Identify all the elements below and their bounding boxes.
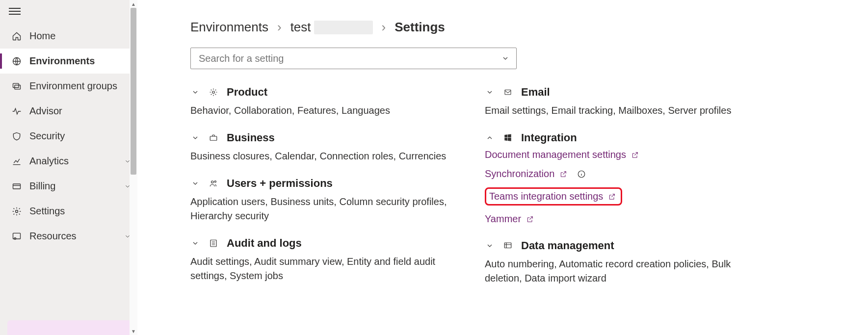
section-header-data-management[interactable]: Data management <box>485 239 789 252</box>
sidebar-item-environments[interactable]: Environments <box>0 49 137 74</box>
svg-rect-8 <box>210 136 217 140</box>
sidebar-item-label: Environments <box>29 55 137 67</box>
settings-search-combobox[interactable] <box>190 48 517 69</box>
link-label[interactable]: Document management settings <box>485 149 626 160</box>
users-icon <box>208 179 219 188</box>
hamburger-menu-button[interactable] <box>9 6 21 18</box>
link-document-management[interactable]: Document management settings <box>485 149 789 160</box>
globe-icon <box>10 56 24 66</box>
gear-icon <box>208 88 219 97</box>
section-title: Audit and logs <box>227 237 302 250</box>
home-icon <box>10 31 24 41</box>
chevron-down-icon[interactable] <box>501 54 509 62</box>
briefcase-icon <box>208 133 219 142</box>
breadcrumb-environments[interactable]: Environments <box>190 20 268 35</box>
external-link-icon <box>608 193 616 201</box>
svg-point-7 <box>212 91 215 94</box>
sidebar: Home Environments Environment groups Adv… <box>0 0 137 335</box>
link-label[interactable]: Synchronization <box>485 168 554 180</box>
chevron-down-icon[interactable] <box>190 180 200 187</box>
chevron-down-icon[interactable] <box>485 242 495 250</box>
sidebar-item-advisor[interactable]: Advisor <box>0 99 137 124</box>
sidebar-item-label: Security <box>29 130 137 142</box>
chevron-down-icon[interactable] <box>485 88 495 96</box>
link-teams-integration-highlighted[interactable]: Teams integration settings <box>485 187 622 206</box>
section-subtitle: Application users, Business units, Colum… <box>190 195 465 223</box>
external-link-icon <box>631 151 639 159</box>
link-yammer[interactable]: Yammer <box>485 213 789 225</box>
sidebar-item-label: Analytics <box>29 155 118 167</box>
section-title: Users + permissions <box>227 177 333 190</box>
info-icon[interactable] <box>577 170 586 179</box>
svg-point-10 <box>214 181 216 182</box>
sidebar-nav: Home Environments Environment groups Adv… <box>0 24 137 249</box>
billing-icon <box>10 181 24 191</box>
pulse-icon <box>10 106 24 116</box>
chevron-down-icon[interactable] <box>190 88 200 96</box>
section-title: Email <box>521 86 550 99</box>
section-header-integration[interactable]: Integration <box>485 131 789 144</box>
scroll-down-arrow-icon[interactable]: ▼ <box>130 327 137 335</box>
section-subtitle: Auto numbering, Automatic record creatio… <box>485 257 760 285</box>
promo-card[interactable] <box>7 320 135 335</box>
sidebar-item-label: Resources <box>29 231 118 242</box>
scroll-up-arrow-icon[interactable]: ▲ <box>130 0 137 8</box>
sidebar-scrollbar[interactable]: ▲ ▼ <box>130 0 137 335</box>
sidebar-item-environment-groups[interactable]: Environment groups <box>0 74 137 99</box>
chevron-down-icon[interactable] <box>190 239 200 247</box>
breadcrumb: Environments › test › Settings <box>190 20 839 35</box>
section-subtitle: Behavior, Collaboration, Features, Langu… <box>190 103 485 118</box>
sidebar-item-home[interactable]: Home <box>0 24 137 49</box>
svg-rect-2 <box>15 85 21 89</box>
shield-icon <box>10 131 24 141</box>
breadcrumb-environment-name[interactable]: test <box>290 20 373 35</box>
sidebar-item-analytics[interactable]: Analytics <box>0 149 137 174</box>
sidebar-item-billing[interactable]: Billing <box>0 174 137 199</box>
breadcrumb-env-prefix: test <box>290 20 311 35</box>
external-link-icon <box>559 170 567 178</box>
chevron-down-icon[interactable] <box>190 134 200 142</box>
sidebar-item-settings[interactable]: Settings <box>0 199 137 224</box>
section-header-audit[interactable]: Audit and logs <box>190 237 485 250</box>
svg-rect-1 <box>13 83 19 87</box>
sidebar-item-resources[interactable]: Resources <box>0 224 137 249</box>
resources-icon <box>10 232 24 241</box>
sidebar-item-security[interactable]: Security <box>0 124 137 149</box>
sidebar-item-label: Settings <box>29 206 137 217</box>
scrollbar-thumb[interactable] <box>131 8 136 175</box>
svg-rect-3 <box>13 184 21 189</box>
link-label[interactable]: Teams integration settings <box>489 191 603 202</box>
link-label[interactable]: Yammer <box>485 213 521 225</box>
data-icon <box>502 241 513 250</box>
section-header-email[interactable]: Email <box>485 86 789 99</box>
main-content: Environments › test › Settings Product B… <box>145 0 868 335</box>
svg-point-9 <box>211 181 214 183</box>
redacted-env-name <box>314 21 373 34</box>
section-header-business[interactable]: Business <box>190 131 485 144</box>
section-header-product[interactable]: Product <box>190 86 485 99</box>
section-title: Data management <box>521 239 614 252</box>
settings-search-input[interactable] <box>198 52 501 65</box>
section-header-users-permissions[interactable]: Users + permissions <box>190 177 485 190</box>
svg-point-6 <box>14 237 16 239</box>
windows-icon <box>502 133 513 142</box>
external-link-icon <box>526 215 534 223</box>
section-subtitle: Audit settings, Audit summary view, Enti… <box>190 255 465 283</box>
link-synchronization[interactable]: Synchronization <box>485 168 789 180</box>
sidebar-item-label: Environment groups <box>29 80 137 92</box>
sidebar-item-label: Home <box>29 30 137 42</box>
section-title: Integration <box>521 131 577 144</box>
environment-groups-icon <box>10 81 24 91</box>
chevron-right-icon: › <box>382 20 386 35</box>
chevron-right-icon: › <box>277 20 282 35</box>
svg-point-4 <box>16 210 18 212</box>
section-title: Business <box>227 131 275 144</box>
section-title: Product <box>227 86 267 99</box>
list-icon <box>208 239 219 248</box>
svg-rect-14 <box>504 243 511 248</box>
mail-icon <box>502 88 513 96</box>
section-subtitle: Email settings, Email tracking, Mailboxe… <box>485 103 789 118</box>
gear-icon <box>10 206 24 216</box>
chevron-up-icon[interactable] <box>485 134 495 142</box>
breadcrumb-current: Settings <box>395 20 445 35</box>
